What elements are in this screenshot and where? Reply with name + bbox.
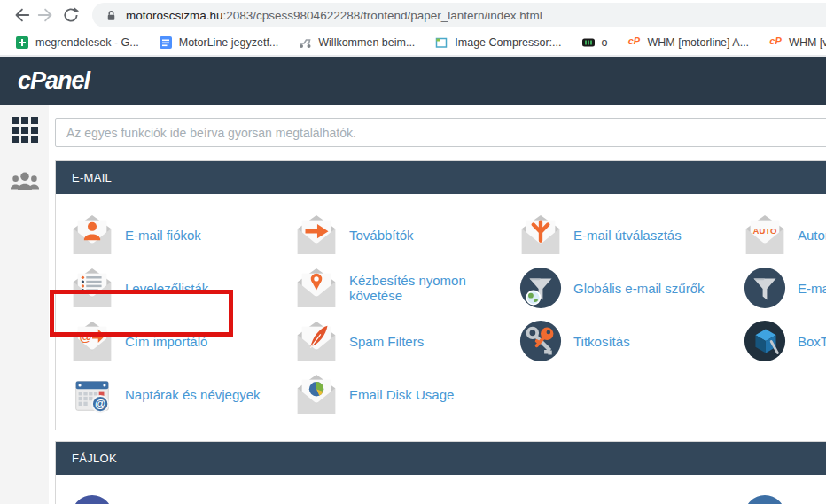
app-item-label: E-mail útválasztás	[573, 228, 682, 243]
bookmark-o[interactable]: o	[572, 35, 618, 50]
forward-arrow-icon	[36, 5, 56, 25]
bookmark-willkommen[interactable]: Willkommen beim...	[288, 35, 425, 50]
app-item-images[interactable]: Képek	[294, 489, 518, 504]
app-item-label: Globális e-mail szűrők	[573, 281, 705, 296]
app-item-spam-filters[interactable]: Spam Filters	[294, 314, 518, 368]
app-item-label: Titkosítás	[573, 334, 630, 349]
app-item-label: Továbbítók	[349, 228, 414, 243]
url-domain: motoroscsizma.hu	[126, 9, 223, 22]
app-item-address-importer[interactable]: Cím importáló	[70, 314, 294, 368]
bookmark-megrendelesek[interactable]: megrendelesek - G...	[5, 35, 149, 50]
envelope-pie-icon	[294, 372, 339, 416]
app-item-label: Naptárak és névjegyek	[125, 387, 261, 402]
app-item-forwarders[interactable]: Továbbítók	[294, 208, 518, 261]
app-item-label: BoxTra	[798, 334, 826, 349]
bookmark-label: megrendelesek - G...	[35, 36, 139, 49]
users-group-icon	[10, 170, 40, 191]
refresh-button[interactable]	[58, 3, 83, 27]
scooter-icon	[298, 35, 312, 50]
app-item-label: Email Disk Usage	[349, 387, 454, 402]
images-icon	[294, 493, 339, 504]
section-title: E-MAIL	[72, 171, 112, 184]
back-button[interactable]	[9, 3, 34, 27]
envelope-list-icon	[70, 266, 114, 310]
envelope-branch-icon	[518, 213, 563, 257]
bookmark-label: o	[602, 36, 608, 49]
bookmark-image-compressor[interactable]: Image Compressor:...	[425, 35, 571, 50]
app-item-autoresponders[interactable]: Autom	[743, 208, 826, 261]
browser-chrome: motoroscsizma.hu:2083/cpsess9804622288/f…	[0, 0, 826, 57]
section-email: E-MAIL E-mail fiókok Továbbítók E-mail ú…	[55, 160, 826, 430]
app-item-label: Autom	[798, 228, 826, 243]
bookmark-label: Willkommen beim...	[318, 36, 415, 49]
refresh-icon	[62, 6, 80, 24]
section-files: FÁJLOK Fájlkezelő Képek Könyvtár adatvéd…	[55, 441, 826, 504]
envelope-pin-icon	[294, 266, 339, 310]
app-item-label: E-mail fiókok	[125, 228, 201, 243]
app-item-label: E-mail	[798, 281, 826, 296]
envelope-user-icon	[70, 213, 114, 257]
app-item-track-delivery[interactable]: Kézbesítés nyomon követése	[294, 261, 518, 314]
envelope-import-icon	[70, 319, 114, 363]
back-arrow-icon	[12, 5, 31, 25]
padlock-icon	[105, 9, 118, 22]
search-bar	[55, 105, 826, 147]
app-item-email-disk-usage[interactable]: Email Disk Usage	[294, 368, 518, 421]
app-item-boxtrapper[interactable]: BoxTra	[743, 314, 826, 368]
main-content: E-MAIL E-mail fiókok Továbbítók E-mail ú…	[55, 105, 826, 504]
file-manager-cube-icon	[70, 493, 114, 504]
section-email-header[interactable]: E-MAIL	[56, 161, 826, 194]
app-item-email-accounts[interactable]: E-mail fiókok	[70, 208, 294, 261]
bookmark-label: WHM [motorline] A...	[647, 36, 749, 49]
app-item-file-manager[interactable]: Fájlkezelő	[70, 489, 294, 504]
bookmark-whm-vpsmotorline[interactable]: cP WHM [vpsmotorli	[759, 35, 826, 50]
envelope-arrow-icon	[294, 213, 339, 257]
app-item-email-routing[interactable]: E-mail útválasztás	[518, 208, 743, 261]
compressor-icon	[434, 35, 448, 50]
app-item-label: Cím importáló	[125, 334, 207, 349]
bookmark-label: MotorLine jegyzetf...	[179, 36, 279, 49]
envelope-feather-icon	[294, 319, 339, 363]
apps-grid-icon	[12, 117, 38, 143]
app-item-label: Kézbesítés nyomon követése	[349, 273, 518, 303]
app-item-email-filters[interactable]: E-mail	[743, 261, 826, 314]
app-item-directory-privacy[interactable]: Könyvtár adatvédelme	[518, 489, 743, 504]
app-item-encryption[interactable]: Titkosítás	[518, 314, 743, 368]
boxtrapper-cube-icon	[743, 319, 787, 363]
disk-server-icon	[743, 493, 787, 504]
app-item-label: Levelezőlisták	[125, 281, 208, 296]
funnel-globe-icon	[518, 266, 563, 310]
forward-button[interactable]	[34, 3, 58, 27]
bookmark-motorline-jegyzet[interactable]: MotorLine jegyzetf...	[149, 35, 289, 50]
cpanel-icon: cP	[768, 35, 783, 50]
bookmark-label: WHM [vpsmotorli	[789, 36, 826, 49]
cpanel-logo: cPanel	[18, 67, 90, 95]
calendar-at-icon	[70, 372, 114, 416]
app-item-mailing-lists[interactable]: Levelezőlisták	[70, 261, 294, 314]
striped-icon	[581, 35, 596, 50]
app-item-calendars-contacts[interactable]: Naptárak és névjegyek	[70, 368, 294, 421]
section-files-header[interactable]: FÁJLOK	[56, 442, 826, 475]
notes-icon	[159, 35, 173, 50]
funnel-icon	[743, 266, 787, 310]
url-path: :2083/cpsess9804622288/frontend/paper_la…	[223, 9, 542, 22]
section-title: FÁJLOK	[72, 452, 117, 465]
search-input[interactable]	[55, 118, 826, 147]
cpanel-header: cPanel	[0, 57, 826, 105]
bookmarks-bar: megrendelesek - G... MotorLine jegyzetf.…	[0, 30, 826, 55]
bookmark-label: Image Compressor:...	[455, 36, 561, 49]
sheets-icon	[15, 35, 29, 50]
app-item-label: Spam Filters	[349, 334, 424, 349]
app-item-disk-usage[interactable]: Lemez	[743, 489, 826, 504]
envelope-auto-icon	[743, 213, 787, 257]
keys-icon	[518, 319, 563, 363]
bookmark-whm-motorline[interactable]: cP WHM [motorline] A...	[617, 35, 759, 50]
url-text: motoroscsizma.hu:2083/cpsess9804622288/f…	[126, 9, 542, 22]
sidebar	[0, 105, 49, 504]
app-item-global-filters[interactable]: Globális e-mail szűrők	[518, 261, 743, 314]
sidebar-apps-button[interactable]	[12, 117, 38, 147]
cpanel-icon: cP	[627, 35, 641, 50]
address-bar[interactable]: motoroscsizma.hu:2083/cpsess9804622288/f…	[92, 3, 826, 27]
folder-icon	[518, 493, 563, 504]
sidebar-users-button[interactable]	[10, 170, 40, 195]
